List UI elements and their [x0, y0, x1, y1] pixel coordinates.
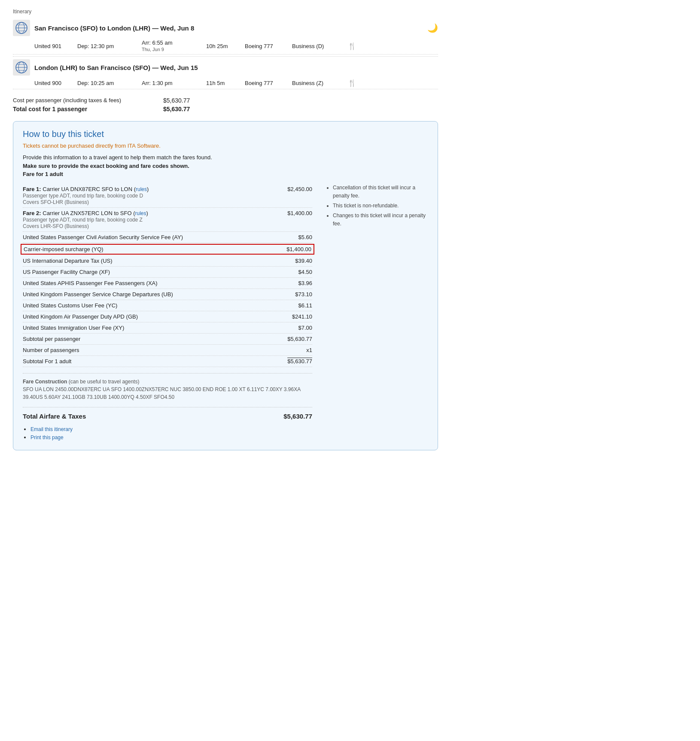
fare-item-us-departure: US International Departure Tax (US) $39.… [23, 255, 312, 267]
warning-text: Tickets cannot be purchased directly fro… [23, 143, 428, 149]
overnight-moon-icon: 🌙 [427, 23, 438, 33]
fare2-rules-link[interactable]: rules [135, 210, 146, 216]
us-immigration-label: United States Immigration User Fee (XY) [23, 325, 294, 331]
total-airfare-row: Total Airfare & Taxes $5,630.77 [23, 407, 312, 420]
inbound-details: United 900 Dep: 10:25 am Arr: 1:30 pm 11… [13, 77, 438, 89]
itinerary-label: Itinerary [13, 9, 438, 15]
fare-item-us-facility: US Passenger Facility Charge (XF) $4.50 [23, 267, 312, 278]
uk-service-label: United Kingdom Passenger Service Charge … [23, 291, 291, 298]
fare-item-uk-apd: United Kingdom Air Passenger Duty APD (G… [23, 311, 312, 322]
meal-icon-outbound: 🍴 [348, 42, 356, 50]
fare2-label: Fare 2: Carrier UA ZNX57ERC LON to SFO (… [23, 210, 283, 229]
fare1-amount: $2,450.00 [287, 186, 312, 192]
subtotal-per-passenger-label: Subtotal per passenger [23, 336, 80, 342]
us-facility-label: US Passenger Facility Charge (XF) [23, 269, 294, 275]
us-departure-label: US International Departure Tax (US) [23, 258, 291, 264]
outbound-aircraft: Boeing 777 [245, 43, 283, 49]
uk-service-amount: $73.10 [295, 291, 312, 298]
outbound-arr: Arr: 6:55 am Thu, Jun 9 [142, 39, 198, 52]
inbound-cabin: Business (Z) [292, 80, 339, 86]
subtotal-per-passenger-row: Subtotal per passenger $5,630.77 [23, 334, 312, 345]
fare-item-us-immigration: United States Immigration User Fee (XY) … [23, 322, 312, 334]
num-passengers-row: Number of passengers x1 [23, 345, 312, 356]
cost-per-passenger-row: Cost per passenger (including taxes & fe… [13, 97, 438, 104]
inbound-arr: Arr: 1:30 pm [142, 80, 198, 86]
how-to-buy-title: How to buy this ticket [23, 129, 428, 139]
fare-item-fare2: Fare 2: Carrier UA ZNX57ERC LON to SFO (… [23, 208, 312, 232]
inbound-route-title: London (LHR) to San Francisco (SFO) — We… [34, 64, 438, 71]
cost-per-passenger-label: Cost per passenger (including taxes & fe… [13, 97, 150, 104]
fare1-label: Fare 1: Carrier UA DNX87ERC SFO to LON (… [23, 186, 283, 205]
total-airfare-value: $5,630.77 [283, 413, 312, 420]
total-airfare-label: Total Airfare & Taxes [23, 413, 86, 420]
inbound-flight-number: United 900 [34, 80, 69, 86]
inbound-dep: Dep: 10:25 am [77, 80, 133, 86]
fare-item-fare1: Fare 1: Carrier UA DNX87ERC SFO to LON (… [23, 184, 312, 208]
airline-logo-outbound [13, 20, 30, 36]
fare-item-us-aphis: United States APHIS Passenger Fee Passen… [23, 278, 312, 289]
fare-item-carrier-surcharge: Carrier-imposed surcharge (YQ) $1,400.00 [21, 244, 314, 255]
fare-item-us-security: United States Passenger Civil Aviation S… [23, 232, 312, 243]
inbound-duration: 11h 5m [206, 80, 236, 86]
us-security-label: United States Passenger Civil Aviation S… [23, 234, 294, 240]
airline-logo-inbound [13, 59, 30, 76]
fare-item-us-customs: United States Customs User Fee (YC) $6.1… [23, 300, 312, 311]
uk-apd-amount: $241.10 [292, 313, 312, 320]
us-customs-amount: $6.11 [298, 302, 312, 309]
us-departure-amount: $39.40 [295, 258, 312, 264]
action-print[interactable]: Print this page [30, 434, 428, 440]
us-facility-amount: $4.50 [298, 269, 312, 275]
carrier-surcharge-label: Carrier-imposed surcharge (YQ) [24, 246, 282, 252]
how-to-buy-section: How to buy this ticket Tickets cannot be… [13, 121, 438, 450]
fare1-rules-link[interactable]: rules [136, 186, 147, 192]
itinerary-section: Itinerary San Francisco (SFO) to London … [13, 9, 438, 89]
cost-summary: Cost per passenger (including taxes & fe… [13, 97, 438, 112]
total-cost-value: $5,630.77 [163, 106, 190, 112]
carrier-surcharge-amount: $1,400.00 [286, 246, 311, 252]
inbound-header: London (LHR) to San Francisco (SFO) — We… [13, 56, 438, 77]
outbound-dep: Dep: 12:30 pm [77, 43, 133, 49]
subtotal-1-adult-row: Subtotal For 1 adult $5,630.77 [23, 356, 312, 367]
actions-list: Email this itinerary Print this page [23, 426, 428, 440]
notes-list: Cancellation of this ticket will incur a… [325, 184, 428, 228]
email-itinerary-link[interactable]: Email this itinerary [30, 426, 73, 432]
notes-column: Cancellation of this ticket will incur a… [325, 184, 428, 420]
subtotal-1-adult-label: Subtotal For 1 adult [23, 358, 71, 364]
num-passengers-label: Number of passengers [23, 347, 79, 353]
action-email[interactable]: Email this itinerary [30, 426, 428, 432]
total-cost-label: Total cost for 1 passenger [13, 106, 150, 112]
cost-per-passenger-value: $5,630.77 [163, 97, 190, 104]
fares-and-notes: Fare 1: Carrier UA DNX87ERC SFO to LON (… [23, 184, 428, 420]
inbound-flight: London (LHR) to San Francisco (SFO) — We… [13, 56, 438, 89]
fare-construction-text: SFO UA LON 2450.00DNX87ERC UA SFO 1400.0… [23, 386, 301, 400]
subtotal-1-adult-value: $5,630.77 [287, 358, 312, 364]
print-page-link[interactable]: Print this page [30, 434, 64, 440]
note-cancellation: Cancellation of this ticket will incur a… [333, 184, 428, 200]
fares-table: Fare 1: Carrier UA DNX87ERC SFO to LON (… [23, 184, 312, 420]
fare2-amount: $1,400.00 [287, 210, 312, 216]
fare-construction-note: (can be useful to travel agents) [69, 379, 140, 385]
inbound-aircraft: Boeing 777 [245, 80, 283, 86]
outbound-flight: San Francisco (SFO) to London (LHR) — We… [13, 17, 438, 55]
fare-construction: Fare Construction (can be useful to trav… [23, 373, 312, 401]
note-nonrefundable: This ticket is non-refundable. [333, 202, 428, 210]
us-immigration-amount: $7.00 [298, 325, 312, 331]
us-aphis-label: United States APHIS Passenger Fee Passen… [23, 280, 294, 286]
fare-construction-label: Fare Construction [23, 379, 67, 385]
subtotal-per-passenger-value: $5,630.77 [287, 336, 312, 342]
total-cost-row: Total cost for 1 passenger $5,630.77 [13, 106, 438, 112]
us-aphis-amount: $3.96 [298, 280, 312, 286]
outbound-cabin: Business (D) [292, 43, 339, 49]
uk-apd-label: United Kingdom Air Passenger Duty APD (G… [23, 313, 288, 320]
us-customs-label: United States Customs User Fee (YC) [23, 302, 294, 309]
instructions: Provide this information to a travel age… [23, 153, 428, 179]
outbound-details: United 901 Dep: 12:30 pm Arr: 6:55 am Th… [13, 38, 438, 55]
meal-icon-inbound: 🍴 [348, 79, 356, 87]
outbound-flight-number: United 901 [34, 43, 69, 49]
note-changes: Changes to this ticket will incur a pena… [333, 212, 428, 228]
outbound-duration: 10h 25m [206, 43, 236, 49]
actions-section: Email this itinerary Print this page [23, 426, 428, 440]
outbound-header: San Francisco (SFO) to London (LHR) — We… [13, 17, 438, 38]
fare-item-uk-service: United Kingdom Passenger Service Charge … [23, 289, 312, 300]
num-passengers-value: x1 [306, 347, 312, 353]
